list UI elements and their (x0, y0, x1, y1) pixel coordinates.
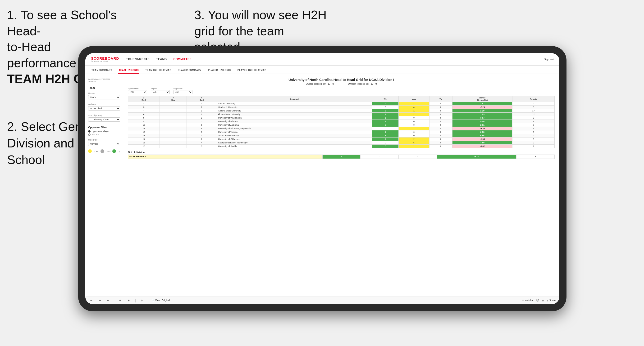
sub-nav: TEAM SUMMARY TEAM H2H GRID TEAM H2H HEAT… (85, 66, 560, 74)
radio-opponents-played[interactable]: Opponents Played (88, 130, 120, 133)
bottom-toolbar: ↩ ↪ ↩ ⊕ ⊕· ⊙ 📄 View: Original 👁 Watch ▾ … (85, 297, 560, 304)
filter-row: Opponents: (All) Region (All) Opponent (128, 88, 555, 94)
table-row: 2 1 Auburn University 2 1 0 1.67 9 (128, 102, 555, 106)
out-of-division-header: Out of division (128, 151, 555, 154)
ood-division: NCAA Division II (128, 155, 322, 159)
division-label: Division (88, 103, 120, 106)
col-loss: Loss (399, 96, 429, 102)
watch-button[interactable]: 👁 Watch ▾ (522, 299, 534, 302)
school-select[interactable]: 1. University of Nort... (88, 117, 120, 122)
sign-out-link[interactable]: | Sign out (543, 58, 554, 61)
toolbar-right: 👁 Watch ▾ 💬 ⊞ ⤤ Share (522, 299, 556, 302)
col-rank: #Rank (128, 96, 160, 102)
radio-dot-opponents (88, 130, 90, 133)
undo-button[interactable]: ↩ (89, 298, 94, 303)
sidebar-team-title: Team (88, 86, 120, 89)
sub-nav-team-h2h-grid[interactable]: TEAM H2H GRID (118, 67, 139, 74)
table-row: 4 1 Arizona State University 5 1 0 2.29 … (128, 109, 555, 113)
gender-label: Gender (88, 92, 120, 94)
logo-area: SCOREBOARD Powered by clippi (91, 57, 119, 62)
filter-opponent: Opponent (All) (174, 88, 192, 94)
table-row: 11 6 University of Arkansas, Fayettevill… (128, 127, 555, 130)
radio-dot-top100 (88, 134, 90, 136)
region-filter-select[interactable]: (All) (151, 90, 170, 94)
toolbar-separator-2 (135, 299, 136, 303)
col-opponent: Opponent (217, 96, 372, 102)
table-row: 8 2 University of Washington 1 0 0 3.67 … (128, 116, 555, 120)
ood-tie: 0 (399, 155, 437, 159)
opponent-view-radio-group: Opponents Played Top 100 (88, 130, 120, 136)
out-of-division-row: NCAA Division II 1 0 0 26.00 3 (128, 155, 555, 159)
radio-top-100[interactable]: Top 100 (88, 134, 120, 136)
opponents-filter-select[interactable]: (All) (128, 90, 147, 94)
add-button[interactable]: ⊕ (118, 298, 122, 303)
out-of-division-table: NCAA Division II 1 0 0 26.00 3 (128, 155, 555, 159)
layout-button[interactable]: ⊞ (542, 299, 544, 302)
table-row: 13 1 Texas Tech University 3 0 0 5.56 9 (128, 134, 555, 138)
col-rounds: Rounds (512, 96, 555, 102)
logo-sub: Powered by clippi (91, 60, 108, 62)
col-tie: Tie (429, 96, 452, 102)
ood-rounds: 3 (516, 155, 555, 159)
back-button[interactable]: ↩ (106, 298, 110, 303)
sub-nav-team-h2h-heatmap[interactable]: TEAM H2H HEATMAP (145, 67, 172, 74)
nav-item-committee[interactable]: COMMITTEE (173, 57, 192, 62)
add-dot-button[interactable]: ⊕· (126, 298, 132, 303)
table-row: 3 2 Vanderbilt University 0 4 0 -2.29 8 (128, 106, 555, 109)
nav-item-tournaments[interactable]: TOURNAMENTS (126, 57, 150, 62)
table-row: 16 3 University of Florida 3 1 0 -6.42 9 (128, 145, 555, 148)
division-select[interactable]: NCAA Division I NCAA Division II (88, 106, 120, 111)
col-reg: #Reg (160, 96, 187, 102)
gender-select[interactable]: Men's Women's (88, 95, 120, 99)
tablet-screen: SCOREBOARD Powered by clippi TOURNAMENTS… (85, 53, 560, 304)
sub-nav-player-h2h-grid[interactable]: PLAYER H2H GRID (208, 67, 231, 74)
table-row: 10 5 University of Alabama 3 0 0 2.61 8 (128, 123, 555, 127)
grid-records: Overall Record: 89 - 17 - 0 Division Rec… (128, 83, 555, 85)
table-row: 15 4 Georgia Institute of Technology 0 5… (128, 141, 555, 145)
toolbar-separator-3 (148, 299, 148, 303)
sub-nav-player-h2h-heatmap[interactable]: PLAYER H2H HEATMAP (237, 67, 267, 74)
h2h-table: #Rank #Reg #Conf Opponent Win Loss Tie D… (128, 96, 555, 148)
color-legend: Down Level Up (88, 149, 120, 153)
opponent-view-title: Opponent View (88, 126, 120, 129)
sub-nav-player-summary[interactable]: PLAYER SUMMARY (177, 67, 202, 74)
redo-button[interactable]: ↪ (98, 298, 102, 303)
table-row: 14 2 University of Oklahoma 1 2 0 -1.00 … (128, 138, 555, 141)
opponent-filter-select[interactable]: (All) (174, 90, 192, 94)
legend-down-dot (88, 149, 92, 153)
toolbar-separator-1 (114, 299, 114, 303)
ood-win: 1 (322, 155, 360, 159)
grid-title: University of North Carolina Head-to-Hea… (128, 78, 555, 82)
grid-area: University of North Carolina Head-to-Hea… (123, 74, 560, 297)
nav-items: TOURNAMENTS TEAMS COMMITTEE (126, 57, 536, 62)
nav-item-teams[interactable]: TEAMS (156, 57, 167, 62)
col-conf: #Conf (186, 96, 217, 102)
col-win: Win (372, 96, 398, 102)
view-label[interactable]: 📄 View: Original (152, 299, 170, 302)
colour-by-label: Colour by (88, 139, 120, 141)
share-button[interactable]: ⤤ Share (546, 299, 556, 302)
nav-bar: SCOREBOARD Powered by clippi TOURNAMENTS… (85, 53, 560, 66)
col-diff: Diff AvStrokes/Rnd (452, 96, 512, 102)
tablet: SCOREBOARD Powered by clippi TOURNAMENTS… (78, 46, 566, 311)
sidebar: Last Updated: 27/03/2024 16:55:38 Team G… (85, 74, 123, 297)
school-label: School (Rank) (88, 114, 120, 117)
legend-level-dot (100, 149, 104, 153)
clock-button[interactable]: ⊙ (139, 298, 144, 303)
table-row: 12 3 University of Virginia 1 0 0 2.33 3 (128, 130, 555, 134)
logo-text: SCOREBOARD (91, 57, 119, 60)
ood-loss: 0 (360, 155, 399, 159)
colour-by-select[interactable]: Win/loss (88, 142, 120, 146)
main-content: Last Updated: 27/03/2024 16:55:38 Team G… (85, 74, 560, 297)
filter-region: Region (All) (151, 88, 170, 94)
sub-nav-team-summary[interactable]: TEAM SUMMARY (91, 67, 112, 74)
ood-diff: 26.00 (436, 155, 516, 159)
filter-opponents: Opponents: (All) (128, 88, 147, 94)
comment-button[interactable]: 💬 (536, 299, 539, 302)
last-updated: Last Updated: 27/03/2024 16:55:38 (88, 78, 120, 83)
table-row: 6 2 Florida State University 1 2 0 1.83 … (128, 113, 555, 116)
table-row: 9 3 University of Arizona 1 0 0 9.00 2 (128, 120, 555, 123)
legend-up-dot (112, 149, 116, 153)
